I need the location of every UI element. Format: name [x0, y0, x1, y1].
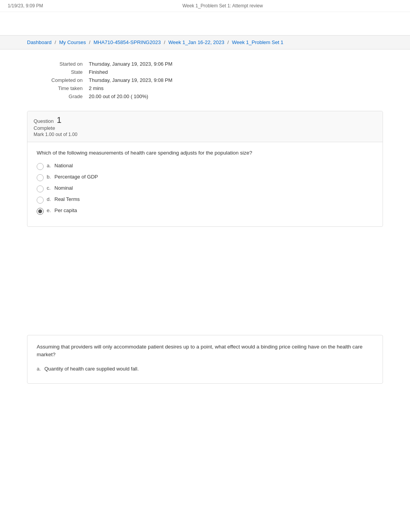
breadcrumb-problemset: Week 1_Problem Set 1 — [232, 39, 283, 45]
breadcrumb-mycourses: My Courses — [59, 39, 86, 45]
option-c-letter: c. — [47, 185, 54, 191]
summary-label-started: Started on — [27, 61, 89, 67]
breadcrumb-week[interactable]: Week 1_Jan 16-22, 2023 — [168, 39, 224, 45]
breadcrumb-sep-1: / — [55, 39, 56, 45]
question-2-body: Assuming that providers will only accomm… — [27, 335, 383, 383]
question-2-text: Assuming that providers will only accomm… — [37, 343, 373, 359]
summary-value-completed: Thursday, January 19, 2023, 9:08 PM — [89, 77, 173, 83]
summary-label-timetaken: Time taken — [27, 85, 89, 91]
question-1-label: Question — [34, 118, 54, 124]
option-b: b. Percentage of GDP — [37, 174, 373, 181]
question-1-status: Complete — [34, 125, 376, 131]
option-b-radio — [37, 174, 44, 181]
q2-option-a-letter: a. — [37, 366, 44, 372]
summary-label-grade: Grade — [27, 93, 89, 99]
question-1-block: Question 1 Complete Mark 1.00 out of 1.0… — [27, 111, 383, 227]
breadcrumb-course[interactable]: MHA710-45854-SPRING2023 — [93, 39, 161, 45]
option-b-text: Percentage of GDP — [54, 174, 98, 180]
question-1-number: 1 — [57, 116, 61, 124]
q2-option-a-text: Quantity of health care supplied would f… — [44, 366, 139, 372]
option-e-radio — [37, 208, 44, 215]
main-content: Started on Thursday, January 19, 2023, 9… — [0, 49, 410, 403]
question-2-block: Assuming that providers will only accomm… — [27, 335, 383, 384]
summary-label-state: State — [27, 69, 89, 75]
question-1-body: Which of the following measurements of h… — [27, 142, 383, 226]
summary-table: Started on Thursday, January 19, 2023, 9… — [27, 61, 383, 99]
breadcrumb-dashboard[interactable]: Dashboard — [27, 39, 52, 45]
option-d-letter: d. — [47, 196, 54, 202]
question-1-mark: Mark 1.00 out of 1.00 — [34, 132, 376, 137]
summary-row-state: State Finished — [27, 69, 383, 75]
timestamp: 1/19/23, 9:09 PM — [8, 3, 43, 8]
option-a-radio — [37, 163, 44, 170]
option-d-radio — [37, 197, 44, 204]
question-1-text: Which of the following measurements of h… — [37, 150, 373, 156]
breadcrumb-sep-2: / — [89, 39, 91, 45]
option-e-letter: e. — [47, 207, 54, 213]
option-c-text: Nominal — [54, 185, 73, 191]
option-d-text: Real Terms — [54, 196, 80, 202]
option-e-text: Per capita — [54, 207, 77, 213]
question-2-options: a. Quantity of health care supplied woul… — [37, 366, 373, 372]
top-bar: 1/19/23, 9:09 PM Week 1_Problem Set 1: A… — [0, 0, 410, 12]
breadcrumb-sep-3: / — [164, 39, 165, 45]
summary-value-state: Finished — [89, 69, 108, 75]
question-1-options: a. National b. Percentage of GDP c. Nomi… — [37, 163, 373, 215]
option-b-letter: b. — [47, 174, 54, 180]
option-d: d. Real Terms — [37, 196, 373, 204]
summary-row-started: Started on Thursday, January 19, 2023, 9… — [27, 61, 383, 67]
summary-value-grade: 20.00 out of 20.00 ( 100%) — [89, 93, 148, 99]
option-e: e. Per capita — [37, 207, 373, 215]
option-c-radio — [37, 185, 44, 192]
option-a-text: National — [54, 163, 73, 168]
spacer-between-questions — [27, 235, 383, 335]
summary-row-grade: Grade 20.00 out of 20.00 ( 100%) — [27, 93, 383, 99]
question-1-header: Question 1 Complete Mark 1.00 out of 1.0… — [27, 111, 383, 142]
summary-value-started: Thursday, January 19, 2023, 9:06 PM — [89, 61, 173, 67]
summary-label-completed: Completed on — [27, 77, 89, 83]
breadcrumb-sep-4: / — [227, 39, 229, 45]
option-a-letter: a. — [47, 163, 54, 168]
summary-row-completed: Completed on Thursday, January 19, 2023,… — [27, 77, 383, 83]
summary-value-timetaken: 2 mins — [89, 85, 103, 91]
q2-option-a: a. Quantity of health care supplied woul… — [37, 366, 373, 372]
page-title: Week 1_Problem Set 1: Attempt review — [182, 3, 263, 8]
summary-row-timetaken: Time taken 2 mins — [27, 85, 383, 91]
option-c: c. Nominal — [37, 185, 373, 192]
option-a: a. National — [37, 163, 373, 170]
breadcrumb: Dashboard / My Courses / MHA710-45854-SP… — [0, 35, 410, 49]
